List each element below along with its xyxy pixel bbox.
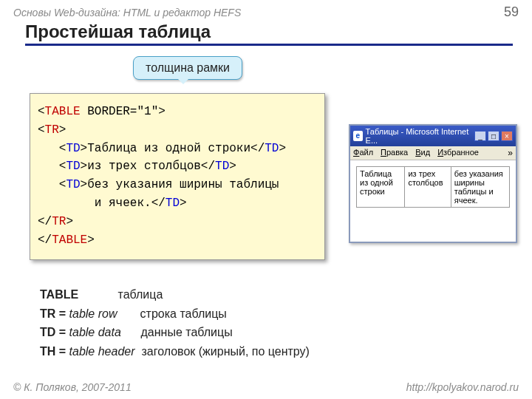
menu-edit[interactable]: Правка	[381, 148, 408, 158]
browser-viewport: Таблица из одной строки из трех столбцов…	[350, 160, 516, 242]
copyright: © К. Поляков, 2007-2011	[13, 381, 132, 393]
minimize-button[interactable]: _	[474, 131, 486, 141]
browser-title-text: Таблицы - Microsoft Internet E...	[366, 127, 471, 145]
window-buttons: _ □ ×	[474, 131, 513, 141]
page-number: 59	[504, 4, 519, 20]
course-title: Основы Web-дизайна: HTML и редактор HEFS	[13, 7, 241, 18]
def-td: TD = table data данные таблицы	[40, 323, 310, 342]
rendered-table: Таблица из одной строки из трех столбцов…	[356, 166, 510, 208]
def-table: TABLE таблица	[40, 285, 310, 304]
browser-titlebar[interactable]: e Таблицы - Microsoft Internet E... _ □ …	[350, 126, 516, 146]
slide-footer: © К. Поляков, 2007-2011 http://kpolyakov…	[0, 377, 532, 399]
callout-border-width: толщина рамки	[133, 56, 242, 80]
table-cell: из трех столбцов	[405, 167, 451, 208]
table-cell: без указания ширины таблицы и ячеек.	[451, 167, 509, 208]
def-tr: TR = table row строка таблицы	[40, 304, 310, 324]
close-button[interactable]: ×	[501, 131, 513, 141]
slide-title: Простейшая таблица	[25, 21, 513, 46]
footer-url: http://kpolyakov.narod.ru	[406, 381, 519, 393]
chevron-icon[interactable]: »	[508, 148, 513, 158]
menu-file[interactable]: Файл	[353, 148, 373, 158]
def-th: TH = table header заголовок (жирный, по …	[40, 342, 310, 361]
table-cell: Таблица из одной строки	[357, 167, 405, 208]
table-row: Таблица из одной строки из трех столбцов…	[357, 167, 510, 208]
ie-icon: e	[353, 131, 363, 141]
browser-window: e Таблицы - Microsoft Internet E... _ □ …	[349, 124, 517, 243]
browser-menubar: Файл Правка Вид Избранное »	[350, 146, 516, 160]
slide-header: Основы Web-дизайна: HTML и редактор HEFS…	[0, 0, 532, 20]
menu-view[interactable]: Вид	[415, 148, 430, 158]
definitions: TABLE таблица TR = table row строка табл…	[40, 285, 310, 361]
maximize-button[interactable]: □	[488, 131, 499, 141]
code-example: <TABLE BORDER="1"> <TR> <TD>Таблица из о…	[30, 93, 325, 260]
menu-favorites[interactable]: Избранное	[437, 148, 479, 158]
